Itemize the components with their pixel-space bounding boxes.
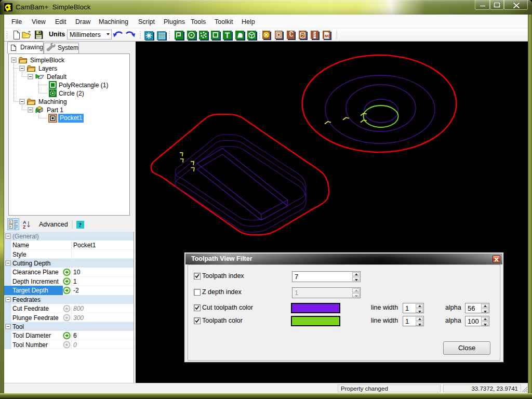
svg-text:+: + [9, 220, 11, 224]
svg-text:?: ? [78, 221, 82, 229]
svg-text:MC: MC [325, 34, 330, 38]
svg-text:Z: Z [23, 224, 26, 230]
svg-text:+: + [9, 225, 11, 229]
